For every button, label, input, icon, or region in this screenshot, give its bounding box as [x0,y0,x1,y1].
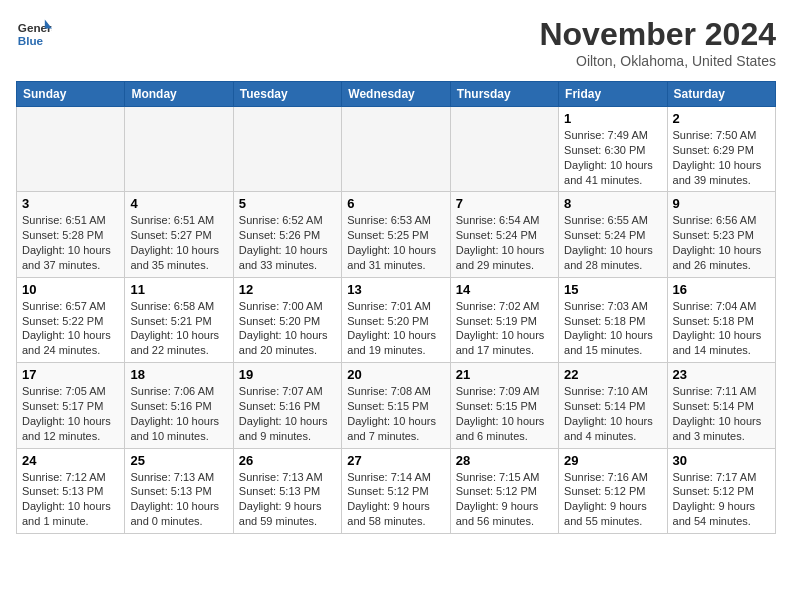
day-number: 10 [22,282,119,297]
calendar-cell [342,107,450,192]
calendar-cell: 16Sunrise: 7:04 AMSunset: 5:18 PMDayligh… [667,277,775,362]
day-number: 21 [456,367,553,382]
day-info: Sunrise: 6:51 AMSunset: 5:27 PMDaylight:… [130,213,227,272]
calendar-cell [125,107,233,192]
calendar-cell: 2Sunrise: 7:50 AMSunset: 6:29 PMDaylight… [667,107,775,192]
calendar-cell: 23Sunrise: 7:11 AMSunset: 5:14 PMDayligh… [667,363,775,448]
svg-text:Blue: Blue [18,34,44,47]
calendar-cell: 17Sunrise: 7:05 AMSunset: 5:17 PMDayligh… [17,363,125,448]
day-info: Sunrise: 6:58 AMSunset: 5:21 PMDaylight:… [130,299,227,358]
day-number: 20 [347,367,444,382]
title-block: November 2024 Oilton, Oklahoma, United S… [539,16,776,69]
day-info: Sunrise: 7:15 AMSunset: 5:12 PMDaylight:… [456,470,553,529]
calendar-cell: 20Sunrise: 7:08 AMSunset: 5:15 PMDayligh… [342,363,450,448]
day-info: Sunrise: 7:16 AMSunset: 5:12 PMDaylight:… [564,470,661,529]
day-info: Sunrise: 7:11 AMSunset: 5:14 PMDaylight:… [673,384,770,443]
day-number: 24 [22,453,119,468]
day-number: 18 [130,367,227,382]
day-number: 15 [564,282,661,297]
day-info: Sunrise: 7:08 AMSunset: 5:15 PMDaylight:… [347,384,444,443]
day-info: Sunrise: 6:52 AMSunset: 5:26 PMDaylight:… [239,213,336,272]
calendar-week-row: 17Sunrise: 7:05 AMSunset: 5:17 PMDayligh… [17,363,776,448]
weekday-header: Wednesday [342,82,450,107]
calendar-cell: 22Sunrise: 7:10 AMSunset: 5:14 PMDayligh… [559,363,667,448]
calendar-cell: 14Sunrise: 7:02 AMSunset: 5:19 PMDayligh… [450,277,558,362]
day-info: Sunrise: 7:17 AMSunset: 5:12 PMDaylight:… [673,470,770,529]
page-header: General Blue November 2024 Oilton, Oklah… [16,16,776,69]
day-info: Sunrise: 7:10 AMSunset: 5:14 PMDaylight:… [564,384,661,443]
weekday-header: Sunday [17,82,125,107]
day-info: Sunrise: 6:57 AMSunset: 5:22 PMDaylight:… [22,299,119,358]
day-number: 19 [239,367,336,382]
day-number: 3 [22,196,119,211]
weekday-header: Saturday [667,82,775,107]
calendar-cell [233,107,341,192]
calendar-cell: 4Sunrise: 6:51 AMSunset: 5:27 PMDaylight… [125,192,233,277]
calendar-cell: 5Sunrise: 6:52 AMSunset: 5:26 PMDaylight… [233,192,341,277]
day-number: 1 [564,111,661,126]
day-number: 16 [673,282,770,297]
calendar-cell: 25Sunrise: 7:13 AMSunset: 5:13 PMDayligh… [125,448,233,533]
day-info: Sunrise: 7:14 AMSunset: 5:12 PMDaylight:… [347,470,444,529]
calendar-cell: 7Sunrise: 6:54 AMSunset: 5:24 PMDaylight… [450,192,558,277]
logo-icon: General Blue [16,16,52,52]
calendar-cell: 11Sunrise: 6:58 AMSunset: 5:21 PMDayligh… [125,277,233,362]
calendar-cell: 24Sunrise: 7:12 AMSunset: 5:13 PMDayligh… [17,448,125,533]
calendar-cell: 1Sunrise: 7:49 AMSunset: 6:30 PMDaylight… [559,107,667,192]
calendar-cell: 3Sunrise: 6:51 AMSunset: 5:28 PMDaylight… [17,192,125,277]
day-number: 14 [456,282,553,297]
month-title: November 2024 [539,16,776,53]
calendar-table: SundayMondayTuesdayWednesdayThursdayFrid… [16,81,776,534]
day-info: Sunrise: 7:01 AMSunset: 5:20 PMDaylight:… [347,299,444,358]
calendar-cell: 6Sunrise: 6:53 AMSunset: 5:25 PMDaylight… [342,192,450,277]
logo: General Blue [16,16,52,52]
calendar-cell: 9Sunrise: 6:56 AMSunset: 5:23 PMDaylight… [667,192,775,277]
calendar-cell: 15Sunrise: 7:03 AMSunset: 5:18 PMDayligh… [559,277,667,362]
location: Oilton, Oklahoma, United States [539,53,776,69]
day-number: 27 [347,453,444,468]
day-info: Sunrise: 7:50 AMSunset: 6:29 PMDaylight:… [673,128,770,187]
day-info: Sunrise: 7:02 AMSunset: 5:19 PMDaylight:… [456,299,553,358]
weekday-header: Tuesday [233,82,341,107]
calendar-cell: 12Sunrise: 7:00 AMSunset: 5:20 PMDayligh… [233,277,341,362]
day-number: 4 [130,196,227,211]
day-number: 17 [22,367,119,382]
weekday-header: Friday [559,82,667,107]
calendar-cell: 28Sunrise: 7:15 AMSunset: 5:12 PMDayligh… [450,448,558,533]
day-number: 30 [673,453,770,468]
calendar-cell: 27Sunrise: 7:14 AMSunset: 5:12 PMDayligh… [342,448,450,533]
day-number: 9 [673,196,770,211]
day-info: Sunrise: 6:54 AMSunset: 5:24 PMDaylight:… [456,213,553,272]
day-number: 5 [239,196,336,211]
day-info: Sunrise: 7:05 AMSunset: 5:17 PMDaylight:… [22,384,119,443]
day-number: 26 [239,453,336,468]
day-info: Sunrise: 7:13 AMSunset: 5:13 PMDaylight:… [130,470,227,529]
calendar-week-row: 24Sunrise: 7:12 AMSunset: 5:13 PMDayligh… [17,448,776,533]
calendar-cell: 8Sunrise: 6:55 AMSunset: 5:24 PMDaylight… [559,192,667,277]
calendar-cell: 29Sunrise: 7:16 AMSunset: 5:12 PMDayligh… [559,448,667,533]
day-number: 11 [130,282,227,297]
day-info: Sunrise: 7:07 AMSunset: 5:16 PMDaylight:… [239,384,336,443]
calendar-week-row: 10Sunrise: 6:57 AMSunset: 5:22 PMDayligh… [17,277,776,362]
day-info: Sunrise: 6:56 AMSunset: 5:23 PMDaylight:… [673,213,770,272]
calendar-week-row: 3Sunrise: 6:51 AMSunset: 5:28 PMDaylight… [17,192,776,277]
calendar-cell: 18Sunrise: 7:06 AMSunset: 5:16 PMDayligh… [125,363,233,448]
day-info: Sunrise: 7:13 AMSunset: 5:13 PMDaylight:… [239,470,336,529]
day-number: 29 [564,453,661,468]
day-info: Sunrise: 7:03 AMSunset: 5:18 PMDaylight:… [564,299,661,358]
day-info: Sunrise: 7:12 AMSunset: 5:13 PMDaylight:… [22,470,119,529]
day-info: Sunrise: 6:55 AMSunset: 5:24 PMDaylight:… [564,213,661,272]
day-info: Sunrise: 7:00 AMSunset: 5:20 PMDaylight:… [239,299,336,358]
day-number: 8 [564,196,661,211]
day-number: 12 [239,282,336,297]
calendar-cell: 30Sunrise: 7:17 AMSunset: 5:12 PMDayligh… [667,448,775,533]
calendar-cell [17,107,125,192]
weekday-header: Thursday [450,82,558,107]
day-number: 25 [130,453,227,468]
day-number: 2 [673,111,770,126]
day-number: 23 [673,367,770,382]
day-info: Sunrise: 6:51 AMSunset: 5:28 PMDaylight:… [22,213,119,272]
day-info: Sunrise: 7:04 AMSunset: 5:18 PMDaylight:… [673,299,770,358]
day-info: Sunrise: 6:53 AMSunset: 5:25 PMDaylight:… [347,213,444,272]
calendar-cell: 21Sunrise: 7:09 AMSunset: 5:15 PMDayligh… [450,363,558,448]
